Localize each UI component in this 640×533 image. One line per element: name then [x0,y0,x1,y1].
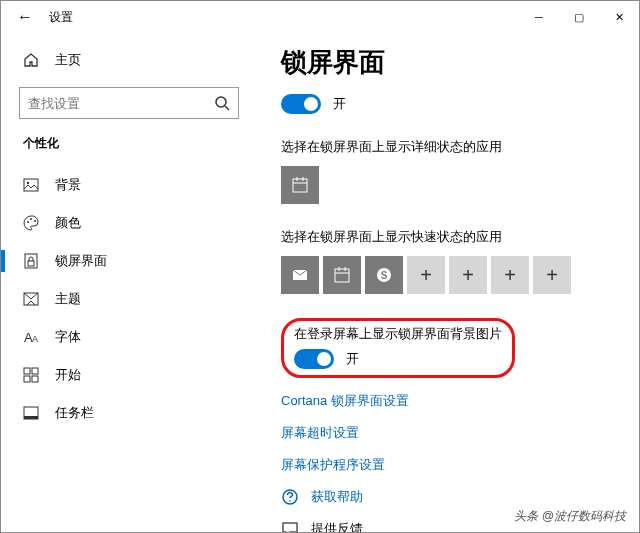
lockscreen-icon [23,253,39,269]
svg-rect-2 [24,179,38,191]
link-timeout[interactable]: 屏幕超时设置 [281,424,615,442]
theme-icon [23,291,39,307]
svg-rect-13 [32,368,38,374]
svg-rect-23 [335,269,349,282]
help-icon [281,488,299,506]
svg-rect-14 [24,376,30,382]
nav-label: 颜色 [55,214,81,232]
nav-label: 任务栏 [55,404,94,422]
nav-start[interactable]: 开始 [19,356,239,394]
link-cortana[interactable]: Cortana 锁屏界面设置 [281,392,615,410]
nav-label: 锁屏界面 [55,252,107,270]
search-input[interactable] [19,87,239,119]
bg-picture-label: 在登录屏幕上显示锁屏界面背景图片 [294,325,502,343]
image-icon [23,177,39,193]
svg-rect-17 [24,416,38,419]
start-icon [23,367,39,383]
palette-icon [23,215,39,231]
taskbar-icon [23,405,39,421]
svg-point-5 [30,218,32,220]
quick-status-label: 选择在锁屏界面上显示快速状态的应用 [281,228,615,246]
svg-point-30 [289,500,291,502]
feedback-icon [281,520,299,532]
svg-point-4 [27,221,29,223]
svg-rect-15 [32,376,38,382]
quick-app-skype[interactable]: S [365,256,403,294]
nav-label: 主题 [55,290,81,308]
nav-label: 背景 [55,176,81,194]
get-help[interactable]: 获取帮助 [281,488,615,506]
highlighted-section: 在登录屏幕上显示锁屏界面背景图片 开 [281,318,515,378]
svg-rect-12 [24,368,30,374]
category-label: 个性化 [23,135,235,152]
feedback-label: 提供反馈 [311,520,363,532]
nav-background[interactable]: 背景 [19,166,239,204]
help-label: 获取帮助 [311,488,363,506]
calendar-icon [291,176,309,194]
titlebar: ← 设置 ─ ▢ ✕ [1,1,639,33]
nav-themes[interactable]: 主题 [19,280,239,318]
svg-point-6 [34,220,36,222]
search-field[interactable] [28,96,214,111]
svg-point-0 [216,97,226,107]
calendar-icon [333,266,351,284]
quick-app-mail[interactable] [281,256,319,294]
nav-lockscreen[interactable]: 锁屏界面 [19,242,239,280]
detail-status-label: 选择在锁屏界面上显示详细状态的应用 [281,138,615,156]
svg-rect-8 [28,261,34,266]
svg-text:S: S [381,270,388,281]
search-icon [214,95,230,111]
maximize-button[interactable]: ▢ [559,1,599,33]
link-screensaver[interactable]: 屏幕保护程序设置 [281,456,615,474]
detail-app-calendar[interactable] [281,166,319,204]
give-feedback[interactable]: 提供反馈 [281,520,615,532]
font-icon: AA [23,329,39,345]
close-button[interactable]: ✕ [599,1,639,33]
content-area: 锁屏界面 开 选择在锁屏界面上显示详细状态的应用 选择在锁屏界面上显示快速状态的… [257,33,639,532]
nav-label: 开始 [55,366,81,384]
skype-icon: S [375,266,393,284]
quick-app-add-2[interactable]: + [449,256,487,294]
home-link[interactable]: 主页 [19,41,239,79]
sidebar: 主页 个性化 背景 颜色 锁屏界面 主题 [1,33,257,532]
nav-colors[interactable]: 颜色 [19,204,239,242]
toggle-label: 开 [333,95,346,113]
home-icon [23,52,39,68]
window-title: 设置 [49,9,73,26]
svg-rect-18 [293,179,307,192]
nav-taskbar[interactable]: 任务栏 [19,394,239,432]
minimize-button[interactable]: ─ [519,1,559,33]
main-toggle[interactable] [281,94,321,114]
quick-app-add-4[interactable]: + [533,256,571,294]
page-title: 锁屏界面 [281,45,615,80]
quick-app-add-3[interactable]: + [491,256,529,294]
svg-point-3 [27,182,29,184]
home-label: 主页 [55,51,81,69]
nav-label: 字体 [55,328,81,346]
quick-app-calendar[interactable] [323,256,361,294]
svg-text:A: A [32,334,38,344]
nav-fonts[interactable]: AA 字体 [19,318,239,356]
mail-icon [291,266,309,284]
svg-line-1 [225,106,229,110]
bg-picture-toggle[interactable] [294,349,334,369]
toggle-label: 开 [346,350,359,368]
back-button[interactable]: ← [9,8,41,26]
quick-app-add-1[interactable]: + [407,256,445,294]
